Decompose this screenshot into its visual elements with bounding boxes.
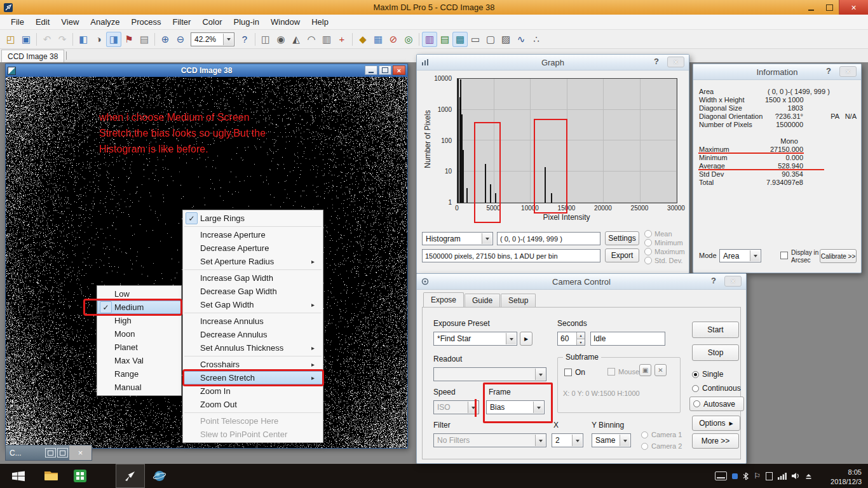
marquee-icon[interactable]: ▭ [468, 32, 483, 47]
information-icon[interactable]: ◨ [106, 32, 121, 47]
telescope-icon[interactable]: ◭ [288, 32, 304, 47]
graph-close-button[interactable]: × [667, 57, 684, 67]
menu-item[interactable]: Range [97, 367, 181, 381]
grid-icon[interactable]: ▦ [370, 32, 386, 47]
bluetooth-icon[interactable] [743, 472, 749, 480]
save-icon[interactable]: ▣ [18, 32, 34, 47]
minimized-window[interactable]: C... × [5, 445, 92, 461]
menu-item[interactable]: Set Annulus Thickness [183, 341, 323, 355]
color-sample-icon[interactable]: ◆ [355, 32, 370, 47]
mini-close-button[interactable]: × [69, 445, 92, 460]
graph-icon[interactable]: ▥ [422, 32, 437, 47]
camera-icon[interactable]: ◉ [273, 32, 288, 47]
zoom-combo[interactable]: 42.2% [191, 32, 234, 46]
histogram-mode-combo[interactable]: Histogram [422, 232, 493, 245]
seconds-spinner[interactable]: 60 ▴▾ [557, 332, 585, 346]
document-tray-icon[interactable] [766, 472, 773, 480]
information-close-button[interactable]: × [839, 66, 857, 77]
file-stack-icon[interactable]: ▤ [437, 32, 452, 47]
flag-icon[interactable]: ⚐ [754, 472, 761, 480]
pinpoint-icon[interactable]: ◎ [401, 32, 416, 47]
menu-item[interactable]: Increase Annulus [183, 315, 323, 328]
frame-combo[interactable]: Bias [486, 400, 545, 414]
measure-icon[interactable]: ◫ [258, 32, 273, 47]
image-window-titlebar[interactable]: CCD Image 38 × [6, 64, 407, 77]
annotate-icon[interactable]: ▤ [137, 32, 152, 47]
image-minimize-button[interactable] [365, 65, 377, 75]
touch-keyboard-icon[interactable] [715, 471, 727, 480]
calibrate-button[interactable]: Calibrate >> [820, 249, 857, 263]
line-profile-icon[interactable]: ∿ [513, 32, 529, 47]
zoom-in-icon[interactable]: ⊕ [158, 32, 173, 47]
menu-item[interactable]: Medium [97, 301, 181, 314]
menu-item[interactable]: Set Aperture Radius [183, 255, 323, 268]
options-button[interactable]: Options ▶ [692, 416, 740, 431]
more-button[interactable]: More >> [692, 433, 739, 449]
minimize-button[interactable] [802, 0, 820, 15]
menu-item[interactable]: Decrease Annulus [183, 328, 323, 341]
settings-button[interactable]: Settings [605, 231, 639, 245]
menubar-item[interactable]: File [5, 15, 30, 29]
undo-icon[interactable]: ↶ [39, 32, 55, 47]
stat-radio[interactable]: Minimum [644, 239, 685, 247]
single-radio-row[interactable]: Single [692, 370, 723, 379]
night-vision-icon[interactable]: ◑ [91, 32, 106, 47]
mini-maximize-button[interactable] [57, 448, 68, 458]
eject-icon[interactable] [805, 473, 812, 480]
menubar-item[interactable]: Window [265, 15, 306, 29]
autosave-button[interactable]: Autosave [689, 396, 744, 411]
export-button[interactable]: Export [605, 248, 639, 262]
menubar-item[interactable]: Edit [30, 15, 55, 29]
menu-item[interactable]: Low [97, 287, 181, 301]
mini-restore-button[interactable] [45, 448, 56, 458]
mode-combo[interactable]: Area [719, 249, 761, 262]
subframe-clear-button[interactable]: ✕ [654, 364, 667, 376]
stat-radio[interactable]: Std. Dev. [644, 257, 685, 264]
camera-control-close-button[interactable]: × [724, 276, 742, 287]
spinner-arrows[interactable]: ▴▾ [576, 332, 585, 345]
file-explorer-button[interactable] [38, 464, 66, 488]
maxim-dl-taskbar-button[interactable] [116, 464, 145, 488]
menu-item[interactable]: Manual [97, 381, 181, 394]
zoom-out-icon[interactable]: ⊖ [173, 32, 188, 47]
help-button[interactable]: ? [651, 57, 662, 67]
document-tab[interactable]: CCD Image 38 [1, 50, 64, 62]
network-signal-icon[interactable] [778, 472, 787, 480]
observatory-icon[interactable]: ◠ [304, 32, 319, 47]
menu-item[interactable]: Increase Gap Width [183, 271, 323, 285]
menu-item[interactable]: High [97, 314, 181, 327]
no-calibration-icon[interactable]: ⊘ [386, 32, 401, 47]
flag-icon[interactable]: ⚑ [121, 32, 137, 47]
menu-item[interactable]: Large Rings [183, 212, 323, 225]
camera1-radio-row[interactable]: Camera 1 [641, 431, 682, 438]
open-icon[interactable]: ◰ [3, 32, 18, 47]
menu-item[interactable]: Decrease Gap Width [183, 285, 323, 298]
image-frame-icon[interactable]: ▢ [483, 32, 498, 47]
y-binning-combo[interactable]: Same [592, 433, 631, 447]
align-icon[interactable]: ∴ [529, 32, 544, 47]
display-in-arcsec-checkbox[interactable] [780, 252, 788, 259]
green-app-button[interactable] [66, 464, 94, 488]
mouse-checkbox[interactable] [607, 368, 615, 376]
maxim-tray-icon[interactable] [732, 473, 738, 479]
camera2-radio-row[interactable]: Camera 2 [641, 442, 682, 450]
menu-item[interactable]: Increase Aperture [183, 228, 323, 241]
menu-item[interactable]: Zoom Out [183, 398, 323, 411]
menubar-item[interactable]: View [55, 15, 85, 29]
image-restore-button[interactable] [379, 65, 391, 75]
camera-control-icon[interactable]: ▩ [452, 32, 468, 47]
menu-item[interactable]: Point Telescope Here [183, 414, 323, 428]
planetarium-taskbar-button[interactable] [145, 464, 174, 488]
menu-item[interactable]: Planet [97, 341, 181, 354]
copy-icon[interactable]: ▥ [319, 32, 334, 47]
graph-titlebar[interactable]: Graph ? × [417, 55, 689, 71]
menubar-item[interactable]: Color [196, 15, 227, 29]
context-help-icon[interactable]: ? [237, 32, 252, 47]
stop-button[interactable]: Stop [692, 344, 739, 361]
new-buffer-icon[interactable]: + [334, 32, 349, 47]
stat-radio[interactable]: Mean [644, 230, 685, 238]
region-field[interactable]: ( 0, 0 )-( 1499, 999 ) [497, 232, 600, 245]
on-checkbox[interactable] [564, 369, 572, 376]
camera-control-titlebar[interactable]: Camera Control ? × [417, 274, 746, 290]
menu-item[interactable]: Crosshairs [183, 358, 323, 371]
